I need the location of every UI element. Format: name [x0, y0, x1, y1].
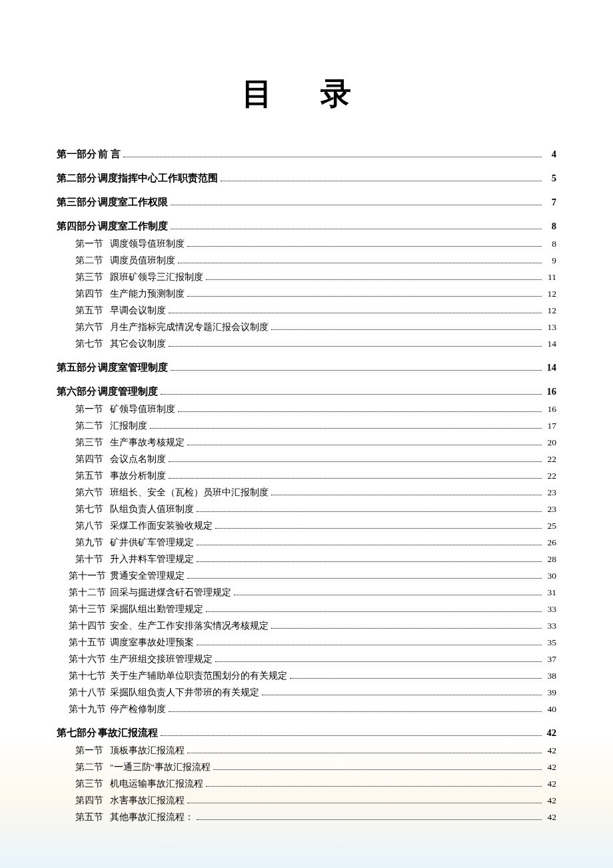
toc-section-row: 第八节采煤工作面安装验收规定25 — [57, 520, 556, 532]
section-label: 第九节 — [75, 537, 110, 549]
leader-dots — [178, 263, 542, 263]
section-title: 生产事故考核规定 — [110, 437, 185, 449]
leader-dots — [187, 803, 542, 803]
leader-dots — [206, 786, 542, 787]
toc-part-row: 第二部分调度指挥中心工作职责范围5 — [57, 172, 556, 185]
leader-dots — [169, 313, 542, 313]
leader-dots — [271, 329, 542, 330]
toc-part-row: 第六部分调度管理制度16 — [57, 385, 556, 398]
page-number: 26 — [544, 537, 556, 548]
page-number: 13 — [544, 322, 556, 333]
leader-dots — [215, 661, 542, 662]
page-number: 22 — [544, 454, 556, 465]
section-title: 队组负责人值班制度 — [110, 503, 194, 515]
toc-section-row: 第五节其他事故汇报流程：42 — [57, 811, 556, 823]
leader-dots — [161, 735, 542, 736]
section-title: 关于生产辅助单位职责范围划分的有关规定 — [110, 670, 287, 682]
page-number: 33 — [544, 604, 556, 615]
page-number: 16 — [544, 404, 556, 415]
leader-dots — [215, 528, 542, 529]
section-title: 跟班矿领导三汇报制度 — [110, 271, 203, 283]
section-label: 第八节 — [75, 520, 110, 532]
section-title: 安全、生产工作安排落实情况考核规定 — [110, 620, 269, 632]
page-number: 7 — [544, 197, 556, 208]
section-label: 第二节 — [75, 255, 110, 267]
leader-dots — [197, 561, 542, 562]
page-number: 42 — [544, 727, 556, 739]
toc-section-row: 第十六节生产班组交接班管理规定37 — [57, 653, 556, 665]
part-title: 前 言 — [98, 148, 121, 161]
page-number: 28 — [544, 554, 556, 565]
toc-section-row: 第十三节采掘队组出勤管理规定33 — [57, 603, 556, 615]
part-title: 调度室工作权限 — [98, 196, 168, 209]
toc-section-row: 第四节会议点名制度22 — [57, 453, 556, 465]
section-label: 第十节 — [75, 553, 110, 565]
page-number: 31 — [544, 587, 556, 598]
page-number: 5 — [544, 173, 556, 184]
toc-section-row: 第三节机电运输事故汇报流程42 — [57, 778, 556, 790]
leader-dots — [169, 346, 542, 347]
toc-section-row: 第三节生产事故考核规定20 — [57, 437, 556, 449]
part-title: 调度室工作制度 — [98, 220, 168, 233]
leader-dots — [161, 394, 542, 395]
section-title: 贯通安全管理规定 — [110, 570, 185, 582]
page-number: 23 — [544, 487, 556, 498]
page-number: 20 — [544, 437, 556, 448]
toc-section-row: 第十七节关于生产辅助单位职责范围划分的有关规定38 — [57, 670, 556, 682]
leader-dots — [197, 819, 542, 820]
toc-section-row: 第一节矿领导值班制度16 — [57, 403, 556, 415]
page-number: 23 — [544, 504, 556, 515]
section-label: 第十四节 — [69, 620, 110, 632]
section-label: 第二节 — [75, 761, 110, 773]
toc-section-row: 第四节水害事故汇报流程42 — [57, 795, 556, 807]
toc-section-row: 第六节月生产指标完成情况专题汇报会议制度13 — [57, 321, 556, 333]
page-number: 42 — [544, 745, 556, 756]
page-number: 39 — [544, 687, 556, 698]
page-number: 35 — [544, 637, 556, 648]
section-title: 班组长、安全（瓦检）员班中汇报制度 — [110, 487, 269, 499]
section-title: 矿井供矿车管理规定 — [110, 537, 194, 549]
section-label: 第十七节 — [69, 670, 110, 682]
section-title: 会议点名制度 — [110, 453, 166, 465]
part-label: 第一部分 — [57, 148, 98, 161]
leader-dots — [206, 279, 542, 280]
leader-dots — [171, 370, 542, 371]
section-label: 第四节 — [75, 288, 110, 300]
part-label: 第四部分 — [57, 220, 98, 233]
section-label: 第十一节 — [69, 570, 110, 582]
section-title: 停产检修制度 — [110, 703, 166, 715]
table-of-contents: 第一部分前 言4第二部分调度指挥中心工作职责范围5第三部分调度室工作权限7第四部… — [57, 148, 556, 823]
page-number: 38 — [544, 671, 556, 681]
section-label: 第四节 — [75, 795, 110, 807]
page-number: 42 — [544, 762, 556, 773]
section-label: 第十五节 — [69, 637, 110, 649]
leader-dots — [187, 753, 542, 753]
page-title: 目 录 — [57, 73, 556, 115]
section-title: 月生产指标完成情况专题汇报会议制度 — [110, 321, 269, 333]
part-label: 第七部分 — [57, 727, 98, 739]
leader-dots — [197, 511, 542, 512]
page-number: 8 — [544, 239, 556, 249]
toc-section-row: 第七节其它会议制度14 — [57, 338, 556, 350]
leader-dots — [187, 296, 542, 297]
page-number: 14 — [544, 362, 556, 373]
page-number: 25 — [544, 521, 556, 531]
toc-section-row: 第十八节采掘队组负责人下井带班的有关规定39 — [57, 687, 556, 699]
part-title: 事故汇报流程 — [98, 727, 158, 739]
section-title: 矿领导值班制度 — [110, 403, 175, 415]
page-number: 42 — [544, 779, 556, 789]
toc-section-row: 第四节生产能力预测制度12 — [57, 288, 556, 300]
part-label: 第六部分 — [57, 385, 98, 398]
leader-dots — [197, 545, 542, 545]
page-number: 12 — [544, 289, 556, 299]
page-number: 42 — [544, 812, 556, 823]
page-number: 12 — [544, 305, 556, 316]
page-number: 22 — [544, 471, 556, 481]
section-label: 第六节 — [75, 321, 110, 333]
leader-dots — [197, 645, 542, 645]
leader-dots — [178, 411, 542, 412]
leader-dots — [213, 769, 542, 770]
section-title: 其它会议制度 — [110, 338, 166, 350]
leader-dots — [262, 695, 542, 695]
leader-dots — [221, 181, 542, 181]
